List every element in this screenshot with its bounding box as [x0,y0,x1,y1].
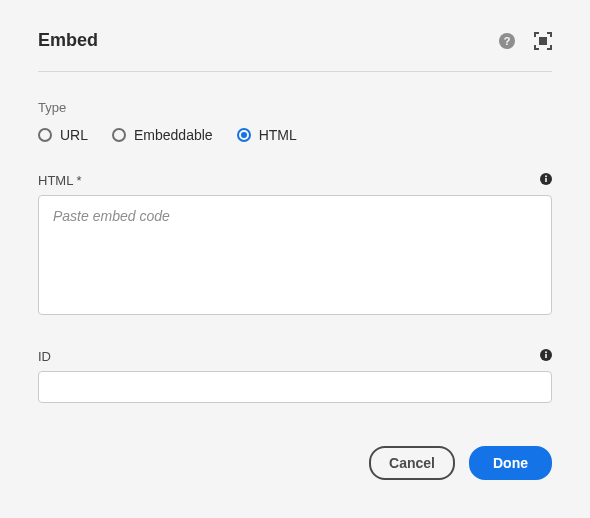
fullscreen-icon[interactable] [534,32,552,50]
radio-label: URL [60,127,88,143]
svg-rect-7 [545,354,547,358]
html-textarea[interactable] [38,195,552,315]
type-section-label: Type [38,100,552,115]
radio-icon [38,128,52,142]
radio-label: Embeddable [134,127,213,143]
svg-rect-4 [545,178,547,182]
dialog-title: Embed [38,30,98,51]
html-field-label: HTML * [38,173,82,188]
info-icon[interactable] [540,171,552,189]
id-input[interactable] [38,371,552,403]
done-button[interactable]: Done [469,446,552,480]
svg-point-8 [545,351,547,353]
svg-text:?: ? [504,35,511,47]
type-radio-group: URL Embeddable HTML [38,127,552,143]
cancel-button[interactable]: Cancel [369,446,455,480]
help-icon[interactable]: ? [498,32,516,50]
radio-icon [237,128,251,142]
type-radio-url[interactable]: URL [38,127,88,143]
type-radio-html[interactable]: HTML [237,127,297,143]
dialog-footer: Cancel Done [369,446,552,480]
id-field-label-row: ID [38,347,552,365]
info-icon[interactable] [540,347,552,365]
type-radio-embeddable[interactable]: Embeddable [112,127,213,143]
header-actions: ? [498,32,552,50]
radio-icon [112,128,126,142]
radio-label: HTML [259,127,297,143]
svg-point-5 [545,175,547,177]
dialog-header: Embed ? [38,30,552,72]
svg-rect-2 [539,37,547,45]
html-field-label-row: HTML * [38,171,552,189]
id-field-label: ID [38,349,51,364]
